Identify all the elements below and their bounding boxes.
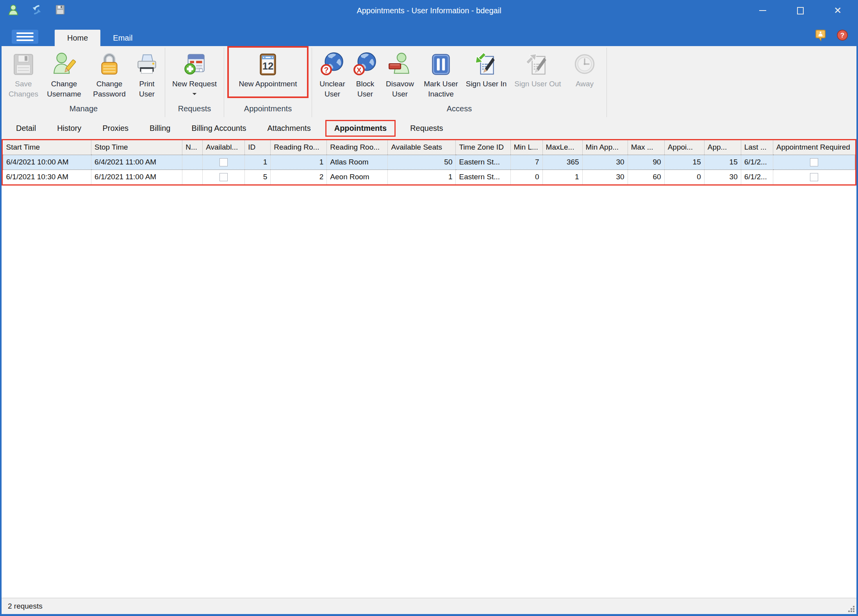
column-header-available-seats[interactable]: Available Seats [388,140,456,155]
hamburger-icon [16,32,34,34]
close-button[interactable]: ✕ [819,1,856,20]
save-quick-access-button[interactable] [54,4,66,17]
group-caption: Requests [168,103,221,117]
sign-user-out-button: Sign User Out [510,48,566,103]
button-label: Mark User Inactive [424,79,458,99]
calendar-icon: 12 [255,51,281,78]
cell-max: 90 [628,155,664,170]
button-label: Disavow User [386,79,414,99]
record-tab-billing-accounts[interactable]: Billing Accounts [181,124,257,133]
svg-text:?: ? [840,32,844,39]
cell-reading-roo: Atlas Room [327,155,388,170]
ribbon-tab-email[interactable]: Email [100,30,145,46]
new-request-button[interactable]: New Request [168,48,221,103]
appointments-grid-annotation: Start TimeStop TimeN...Availabl...IDRead… [2,139,856,186]
ribbon-group-manage: Save ChangesChange UsernameChange Passwo… [2,48,165,117]
minimize-button[interactable] [744,1,781,20]
column-header-appointment-required[interactable]: Appointment Required [773,140,855,155]
checkbox-appointment-required[interactable] [810,158,818,166]
mark-user-inactive-button[interactable]: Mark User Inactive [419,48,463,103]
change-username-button[interactable]: Change Username [41,48,87,103]
block-user-button[interactable]: XBlock User [350,48,381,103]
record-tab-appointments[interactable]: Appointments [325,120,396,137]
cell-stop-time: 6/4/2021 11:00 AM [91,155,182,170]
sign-out-icon [525,51,551,78]
column-header-max[interactable]: Max ... [628,140,664,155]
checkbox-availabl[interactable] [219,173,228,181]
resize-grip[interactable] [847,605,855,613]
cell-appoi: 0 [664,170,704,184]
disavow-user-button[interactable]: Disavow User [381,48,419,103]
record-tab-attachments[interactable]: Attachments [257,124,321,133]
record-tab-history[interactable]: History [46,124,92,133]
column-header-availabl[interactable]: Availabl... [203,140,245,155]
checkbox-availabl[interactable] [219,158,228,166]
button-label: Sign User Out [514,79,561,89]
cell-min-l: 7 [510,155,542,170]
column-header-n[interactable]: N... [182,140,203,155]
sign-in-icon [473,51,499,78]
print-user-button[interactable]: Print User [132,48,162,103]
help-icon: ? [836,36,849,43]
cell-app: 30 [704,170,741,184]
new-appointment-button[interactable]: 12New Appointment [234,48,301,89]
dropdown-arrow-icon [192,90,197,97]
record-tab-strip: DetailHistoryProxiesBillingBilling Accou… [2,117,856,139]
ribbon-tab-home[interactable]: Home [55,30,100,46]
column-header-start-time[interactable]: Start Time [3,140,91,155]
button-label: New Request [172,79,217,89]
column-header-reading-ro[interactable]: Reading Ro... [271,140,327,155]
cell-available-seats: 1 [388,170,456,184]
column-header-id[interactable]: ID [245,140,271,155]
grid-empty-area [2,186,856,598]
form-plus-icon [182,51,207,78]
cell-appointment-required [773,170,855,184]
cell-last: 6/1/2... [741,170,773,184]
sign-user-in-button[interactable]: Sign User In [463,48,510,103]
save-icon [11,51,36,78]
column-header-min-app[interactable]: Min App... [582,140,628,155]
record-tab-requests[interactable]: Requests [400,124,454,133]
cell-appointment-required [773,155,855,170]
globe-x-icon: X [352,51,378,78]
cell-reading-roo: Aeon Room [327,170,388,184]
table-row-2[interactable]: 6/1/2021 10:30 AM6/1/2021 11:00 AM52Aeon… [3,170,855,184]
refresh-icon [31,4,43,18]
cell-time-zone-id: Eastern St... [456,170,510,184]
column-header-maxle[interactable]: MaxLe... [542,140,582,155]
group-caption: Appointments [227,103,309,117]
unclear-user-button[interactable]: ?Unclear User [315,48,350,103]
checkbox-appointment-required[interactable] [810,173,818,181]
cell-min-app: 30 [582,155,628,170]
window-title: Appointments - User Information - bdegai… [2,6,856,15]
feedback-button[interactable] [814,29,827,41]
button-label: Sign User In [466,79,507,89]
record-tab-proxies[interactable]: Proxies [92,124,139,133]
button-label: Block User [356,79,374,99]
column-header-last[interactable]: Last ... [741,140,773,155]
user-edit-icon [51,51,77,78]
group-caption: Access [315,103,603,117]
refresh-quick-access-button[interactable] [30,4,43,17]
ribbon-group-access: ?Unclear UserXBlock UserDisavow UserMark… [312,48,607,117]
hamburger-menu-button[interactable] [12,30,38,44]
cell-maxle: 1 [542,170,582,184]
user-quick-access-button[interactable] [7,4,20,17]
cell-id: 5 [245,170,271,184]
table-row-1[interactable]: 6/4/2021 10:00 AM6/4/2021 11:00 AM11Atla… [3,155,855,170]
lock-icon [96,51,122,78]
feedback-icon [814,36,827,43]
column-header-app[interactable]: App... [704,140,741,155]
pause-icon [428,51,454,78]
record-tab-detail[interactable]: Detail [5,124,46,133]
record-tab-billing[interactable]: Billing [139,124,181,133]
column-header-time-zone-id[interactable]: Time Zone ID [456,140,510,155]
cell-stop-time: 6/1/2021 11:00 AM [91,170,182,184]
column-header-min-l[interactable]: Min L... [510,140,542,155]
help-button[interactable]: ? [836,29,849,41]
change-password-button[interactable]: Change Password [87,48,132,103]
column-header-reading-roo[interactable]: Reading Roo... [327,140,388,155]
column-header-stop-time[interactable]: Stop Time [91,140,182,155]
maximize-button[interactable] [781,1,819,20]
column-header-appoi[interactable]: Appoi... [664,140,704,155]
